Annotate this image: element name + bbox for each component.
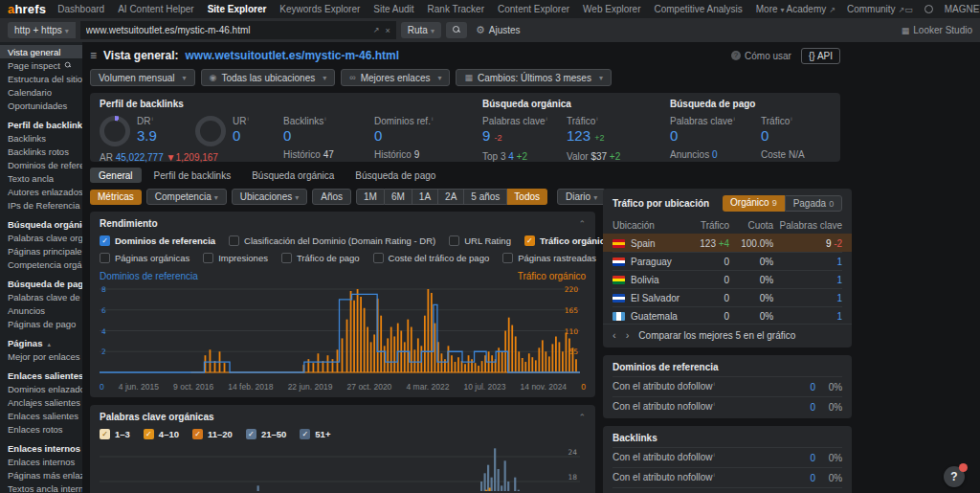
position-11-20[interactable]: ✓11–20 [192,429,233,439]
sidebar-item-enlaces-salientes[interactable]: Enlaces salientes [0,409,82,422]
metric-dominios-de-referencia[interactable]: ✓Dominios de referencia [100,235,215,246]
location-row-guatemala[interactable]: Guatemala0 0%1 [612,306,842,325]
topnav-item-keywords-explorer[interactable]: Keywords Explorer [279,4,360,14]
toggle-org-nico[interactable]: Orgánico9 [723,195,785,212]
tab-general[interactable]: General [90,168,142,183]
organic-traffic-value[interactable]: 123 +2 [567,128,643,146]
topnav-item-content-explorer[interactable]: Content Explorer [498,4,569,14]
tab-b-squeda-de-pago[interactable]: Búsqueda de pago [346,168,444,183]
topnav-item-magnet-giron[interactable]: MAGNET GIRON...▾ [945,4,980,14]
sidebar-item-anuncios[interactable]: Anuncios [0,303,82,317]
clock-icon[interactable] [924,5,933,13]
sidebar-section-b-squeda-de-pago[interactable]: Búsqueda de pago ▴ [0,278,82,290]
sidebar-item-textos-ancla-internos[interactable]: Textos ancla internos [0,482,82,493]
ar-value[interactable]: 45,022,777 [116,152,164,163]
api-button[interactable]: {} API [801,48,840,64]
sidebar-section-perfil-de-backlinks[interactable]: Perfil de backlinks ▴ [0,119,82,131]
sidebar-item-competencia-org-nica[interactable]: Competencia orgánica [0,258,82,271]
sidebar-item-p-ginas-m-s-enlazadas[interactable]: Páginas más enlazadas [0,468,82,482]
filter-mejores-enlaces[interactable]: ∞Mejores enlaces▾ [341,69,450,86]
clear-icon[interactable]: × [386,26,390,35]
location-row-bolivia[interactable]: Bolivia0 0%1 [612,270,842,288]
topnav-item-web-explorer[interactable]: Web Explorer [583,4,640,14]
range-2a[interactable]: 2A [438,189,464,205]
sidebar-section-b-squeda-org-nica[interactable]: Búsqueda orgánica ▴ [0,218,82,231]
topnav-item-academy[interactable]: Academy↗ [787,4,835,14]
sidebar-item-texto-ancla[interactable]: Texto ancla [0,171,82,185]
refdomains-value[interactable]: 0 [374,128,456,144]
range-1m[interactable]: 1M [356,189,385,205]
sidebar-section-enlaces-salientes[interactable]: Enlaces salientes ▴ [0,370,82,382]
topnav-item-dashboard[interactable]: Dashboard [57,4,104,14]
sidebar-item-enlaces-internos[interactable]: Enlaces internos [0,455,82,468]
settings-button[interactable]: ⚙ Ajustes [476,24,521,36]
prev-page-icon[interactable]: ‹ [612,331,616,340]
location-row-el-salvador[interactable]: El Salvador0 0%1 [612,288,842,306]
dropdown-ubicaciones[interactable]: Ubicaciones▾ [232,189,308,205]
sidebar-section-p-ginas[interactable]: Páginas ▴ [0,337,82,349]
metrics-button[interactable]: Métricas [90,190,142,205]
sidebar-item-dominios-de-referencia[interactable]: Dominios de referencia [0,158,82,171]
topnav-item-site-audit[interactable]: Site Audit [373,4,413,14]
range-5-a-os[interactable]: 5 años [464,189,507,205]
metric-tr-fico-de-pago[interactable]: Tráfico de pago [281,253,360,263]
dropdown-competencia[interactable]: Competencia▾ [146,189,227,205]
stat-value[interactable]: 0 [787,453,815,463]
collapse-icon[interactable]: ⌃ [578,219,586,229]
sidebar-item-dominios-enlazados[interactable]: Dominios enlazados [0,382,82,395]
sidebar-item-palabras-clave-de-pago[interactable]: Palabras clave de pago [0,290,82,303]
tab-b-squeda-org-nica[interactable]: Búsqueda orgánica [243,168,343,183]
how-to-use-link[interactable]: ?Cómo usar [731,51,791,61]
stat-value[interactable]: 0 [787,473,815,483]
protocol-dropdown[interactable]: http + https▾ [8,22,76,38]
topnav-item-site-explorer[interactable]: Site Explorer [208,4,267,14]
topnav-item-more[interactable]: More▾ [756,4,785,14]
sidebar-item-mejor-por-enlaces[interactable]: Mejor por enlaces [0,349,82,363]
looker-studio-link[interactable]: ▦ Looker Studio [902,25,972,35]
topnav-item-community[interactable]: Community↗▭ [847,4,913,14]
range-todos[interactable]: Todos [507,189,547,205]
next-page-icon[interactable]: › [626,331,630,340]
position-1-3[interactable]: ✓1–3 [100,429,130,439]
tab-perfil-de-backlinks[interactable]: Perfil de backlinks [145,168,240,183]
metric-p-ginas-org-nicas[interactable]: Páginas orgánicas [100,253,189,263]
stat-value[interactable]: 0 [787,402,815,413]
compare-top5-link[interactable]: Comparar los mejores 5 en el gráfico [638,330,795,341]
dropdown-a-os[interactable]: Años [312,189,351,205]
metric-p-ginas-rastreadas[interactable]: Páginas rastreadas [502,253,596,263]
stat-value[interactable]: 0 [787,382,815,392]
sidebar-item-estructura-del-sitio[interactable]: Estructura del sitio [0,72,82,85]
sidebar-item-oportunidades[interactable]: Oportunidades [0,99,82,112]
collapse-icon[interactable]: ⌃ [578,413,586,422]
sidebar-item-autores-enlazados[interactable]: Autores enlazados [0,185,82,198]
target-url-link[interactable]: www.wetsuitoutlet.es/mystic-m-46.html [186,49,400,62]
range-6m[interactable]: 6M [385,189,412,205]
position-21-50[interactable]: ✓21–50 [246,429,286,439]
filter-todas-las-ubicaciones[interactable]: ◉Todas las ubicaciones▾ [201,69,336,86]
sidebar-item-enlaces-rotos[interactable]: Enlaces rotos [0,422,82,436]
sidebar-item-p-ginas-de-pago[interactable]: Páginas de pago [0,317,82,330]
toggle-pagada[interactable]: Pagada0 [785,195,843,212]
position-51[interactable]: ✓51+ [300,429,330,439]
metric-url-rating[interactable]: URL Rating [449,235,511,246]
sidebar-toggle-icon[interactable]: ≡ [90,49,97,62]
metric-clasificaci-n-del-dominio-domain-rating-dr[interactable]: Clasificación del Dominio (Domain Rating… [229,235,435,246]
sidebar-item-vista-general[interactable]: Vista general [0,45,82,58]
filter-cambios-ltimos-3-meses[interactable]: ▦Cambios: Últimos 3 meses▾ [456,69,611,86]
mode-dropdown[interactable]: Ruta▾ [401,22,441,38]
filter-volumen-mensual[interactable]: Volumen mensual▾ [90,69,195,86]
help-button[interactable]: ? [944,466,965,487]
open-link-icon[interactable]: ↗ [373,26,380,34]
organic-keywords-value[interactable]: 9 -2 [482,128,567,146]
sidebar-item-backlinks[interactable]: Backlinks [0,131,82,145]
sidebar-item-anclajes-salientes[interactable]: Anclajes salientes [0,395,82,409]
sidebar-item-calendario[interactable]: Calendario [0,85,82,99]
topnav-item-rank-tracker[interactable]: Rank Tracker [428,4,484,14]
paid-keywords-value[interactable]: 0 [670,128,761,144]
location-row-spain[interactable]: Spain123 +4100.0%9 -2 [603,234,852,252]
interval-dropdown[interactable]: Diario▾ [557,189,606,205]
sidebar-section-enlaces-internos[interactable]: Enlaces internos ▴ [0,442,82,455]
search-button[interactable] [446,22,467,38]
metric-tr-fico-org-nico[interactable]: ✓Tráfico orgánico [524,235,611,246]
backlinks-value[interactable]: 0 [283,128,374,144]
